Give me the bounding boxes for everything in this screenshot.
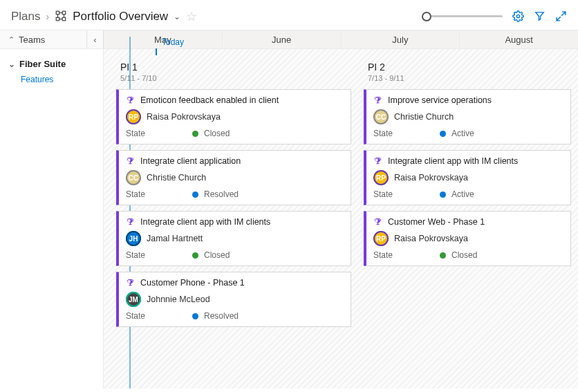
avatar: JM bbox=[126, 292, 141, 307]
state-value: Resolved bbox=[204, 189, 239, 199]
work-item-card[interactable]: Integrate client app with IM clientsRPRa… bbox=[364, 150, 571, 205]
state-label: State bbox=[373, 250, 440, 260]
month-header: June bbox=[223, 30, 342, 48]
work-item-title: Improve service operations bbox=[388, 95, 492, 105]
svg-rect-2 bbox=[56, 17, 59, 21]
trophy-icon bbox=[373, 218, 382, 227]
work-item-title: Integrate client app with IM clients bbox=[388, 156, 518, 166]
team-name: Fiber Suite bbox=[19, 59, 66, 69]
avatar: RP bbox=[126, 109, 141, 124]
chevron-down-icon: ⌄ bbox=[8, 59, 15, 69]
teams-header-label: Teams bbox=[19, 35, 45, 45]
assignee-name: Raisa Pokrovskaya bbox=[394, 173, 468, 183]
month-header: May bbox=[104, 30, 223, 48]
trophy-icon bbox=[373, 96, 382, 105]
board: PI 15/11 - 7/10Emoticon feedback enabled… bbox=[104, 49, 578, 389]
state-dot-icon bbox=[192, 131, 198, 137]
svg-rect-1 bbox=[62, 11, 66, 15]
state-label: State bbox=[373, 129, 440, 138]
trophy-icon bbox=[126, 157, 135, 166]
trophy-icon bbox=[373, 157, 382, 166]
state-dot-icon bbox=[192, 313, 198, 319]
column-title: PI 1 bbox=[120, 62, 351, 73]
iteration-column: PI 15/11 - 7/10Emoticon feedback enabled… bbox=[116, 62, 351, 333]
assignee-name: Christie Church bbox=[394, 112, 454, 122]
breadcrumb: Plans › Portfolio Overview ⌄ ☆ bbox=[11, 8, 197, 24]
work-item-card[interactable]: Integrate client applicationCCChristie C… bbox=[116, 150, 351, 205]
state-label: State bbox=[373, 189, 440, 199]
state-value: Closed bbox=[204, 129, 230, 138]
filter-icon[interactable] bbox=[534, 10, 546, 22]
timeline-header: ⌃ Teams ‹ May June July August bbox=[0, 30, 578, 49]
state-value: Active bbox=[451, 189, 474, 199]
state-value: Resolved bbox=[204, 311, 239, 321]
page-title[interactable]: Portfolio Overview bbox=[73, 10, 168, 24]
state-label: State bbox=[126, 311, 192, 321]
assignee-name: Christie Church bbox=[147, 173, 206, 183]
fullscreen-icon[interactable] bbox=[555, 10, 567, 22]
assignee-name: Johnnie McLeod bbox=[147, 295, 210, 304]
work-item-title: Emoticon feedback enabled in client bbox=[140, 95, 279, 105]
avatar: RP bbox=[373, 170, 389, 185]
state-dot-icon bbox=[440, 192, 446, 198]
state-value: Active bbox=[451, 129, 474, 138]
collapse-icon[interactable]: ⌃ bbox=[8, 35, 15, 44]
avatar: CC bbox=[373, 109, 389, 124]
trophy-icon bbox=[126, 218, 135, 227]
state-label: State bbox=[126, 189, 192, 199]
column-title: PI 2 bbox=[368, 62, 571, 73]
settings-gear-icon[interactable] bbox=[512, 10, 524, 22]
work-item-card[interactable]: Integrate client app with IM clientsJHJa… bbox=[116, 211, 351, 266]
work-item-card[interactable]: Customer Web - Phase 1RPRaisa Pokrovskay… bbox=[364, 211, 571, 266]
team-expander[interactable]: ⌄ Fiber Suite bbox=[8, 59, 95, 69]
assignee-name: Jamal Hartnett bbox=[147, 234, 203, 243]
work-item-card[interactable]: Customer Phone - Phase 1JMJohnnie McLeod… bbox=[116, 272, 351, 327]
state-dot-icon bbox=[440, 131, 446, 137]
iteration-column: PI 27/13 - 9/11Improve service operation… bbox=[364, 62, 571, 333]
work-item-card[interactable]: Improve service operationsCCChristie Chu… bbox=[364, 89, 571, 144]
state-dot-icon bbox=[192, 252, 198, 259]
zoom-slider[interactable] bbox=[427, 10, 503, 23]
assignee-name: Raisa Pokrovskaya bbox=[394, 234, 468, 243]
state-value: Closed bbox=[451, 250, 477, 260]
favorite-star-icon[interactable]: ☆ bbox=[186, 9, 197, 24]
breadcrumb-root[interactable]: Plans bbox=[11, 10, 41, 24]
avatar: JH bbox=[126, 231, 141, 246]
column-dates: 5/11 - 7/10 bbox=[120, 74, 351, 82]
scroll-left-button[interactable]: ‹ bbox=[86, 30, 103, 48]
plan-icon bbox=[55, 8, 67, 24]
state-label: State bbox=[126, 250, 192, 260]
state-dot-icon bbox=[192, 192, 198, 198]
work-item-title: Customer Phone - Phase 1 bbox=[140, 278, 245, 288]
work-item-title: Integrate client app with IM clients bbox=[140, 217, 270, 227]
month-header: July bbox=[342, 30, 460, 48]
column-dates: 7/13 - 9/11 bbox=[368, 74, 571, 82]
state-dot-icon bbox=[440, 252, 446, 259]
svg-rect-3 bbox=[62, 17, 66, 21]
svg-rect-0 bbox=[56, 11, 59, 15]
state-value: Closed bbox=[204, 250, 230, 260]
work-item-card[interactable]: Emoticon feedback enabled in clientRPRai… bbox=[116, 89, 351, 144]
work-item-title: Customer Web - Phase 1 bbox=[388, 217, 485, 227]
chevron-down-icon[interactable]: ⌄ bbox=[174, 12, 180, 21]
state-label: State bbox=[126, 129, 192, 138]
trophy-icon bbox=[126, 279, 135, 288]
assignee-name: Raisa Pokrovskaya bbox=[147, 112, 221, 122]
avatar: CC bbox=[126, 170, 141, 185]
trophy-icon bbox=[126, 96, 135, 105]
features-link[interactable]: Features bbox=[21, 75, 95, 84]
sidebar: ⌄ Fiber Suite Features bbox=[0, 49, 104, 389]
svg-point-8 bbox=[516, 15, 519, 17]
chevron-right-icon: › bbox=[46, 11, 50, 22]
month-header: August bbox=[460, 30, 578, 48]
avatar: RP bbox=[373, 231, 389, 246]
work-item-title: Integrate client application bbox=[140, 156, 241, 166]
